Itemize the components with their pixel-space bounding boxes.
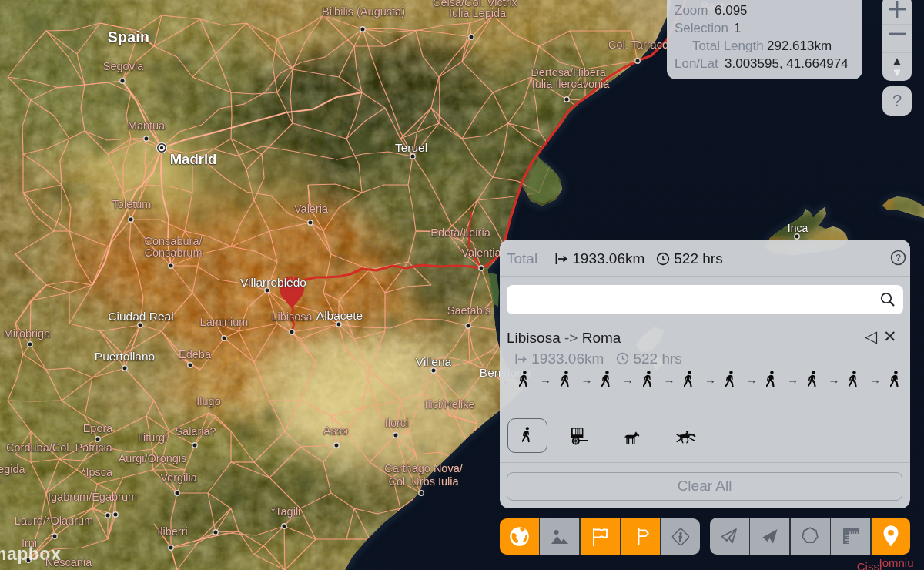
svg-text:?: ? [896,253,901,263]
